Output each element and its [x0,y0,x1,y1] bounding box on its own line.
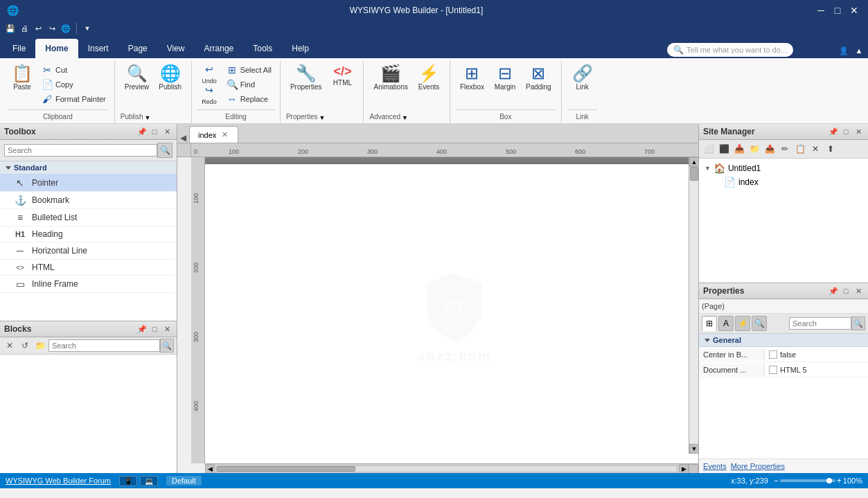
props-tab-search[interactable]: 🔍 [752,316,767,331]
tab-file[interactable]: File [3,39,35,58]
sm-copy-btn[interactable]: 📋 [793,142,807,156]
publish-button[interactable]: 🌐 Publish [154,62,186,107]
select-all-button[interactable]: ⊞ Select All [224,63,274,77]
find-button[interactable]: 🔍 Find [224,78,274,91]
props-search-input[interactable] [789,317,851,330]
sm-delete-btn[interactable]: ✕ [808,142,822,156]
qa-redo-btn[interactable]: ↪ [46,22,58,35]
toolbox-item-bookmark[interactable]: ⚓ Bookmark [0,192,177,209]
tab-insert[interactable]: Insert [78,39,118,58]
maximize-button[interactable]: □ [831,3,844,17]
toolbox-maximize-btn[interactable]: □ [149,126,160,137]
sm-close-btn[interactable]: ✕ [853,126,864,137]
blocks-delete-btn[interactable]: ✕ [3,339,17,353]
toolbox-section-standard[interactable]: Standard [0,161,177,175]
desktop-view-btn[interactable]: 💻 [140,476,158,486]
toolbox-search-button[interactable]: 🔍 [157,143,172,158]
toolbox-item-bulleted-list[interactable]: ≡ Bulleted List [0,209,177,226]
qa-undo-btn[interactable]: ↩ [32,22,44,35]
vscroll-track[interactable] [689,167,698,444]
tab-help[interactable]: Help [282,39,319,58]
replace-button[interactable]: ↔ Replace [224,92,274,106]
toolbox-item-horizontal-line[interactable]: ─ Horizontal Line [0,242,177,260]
tree-item-index[interactable]: 📄 index [702,175,865,189]
sm-folder-btn[interactable]: 📁 [747,142,761,156]
sm-pin-btn[interactable]: 📌 [828,126,839,137]
toolbox-search-input[interactable] [4,144,157,157]
padding-button[interactable]: ⊠ Padding [522,62,556,107]
ribbon-collapse-btn[interactable]: ▲ [853,44,865,57]
sm-import-btn[interactable]: 📥 [732,142,746,156]
user-account-btn[interactable]: 👤 [838,44,850,57]
toolbox-close-btn[interactable]: ✕ [161,126,172,137]
minimize-button[interactable]: ─ [814,3,828,17]
canvas-hscrollbar[interactable]: ◀ ▶ [205,463,698,473]
tab-tools[interactable]: Tools [243,39,282,58]
doc-tab-close-btn[interactable]: ✕ [220,130,229,139]
format-painter-button[interactable]: 🖌 Format Painter [39,92,109,106]
events-button[interactable]: ⚡ Events [414,62,444,107]
vscroll-up-btn[interactable]: ▲ [689,157,698,167]
props-tab-font[interactable]: A [718,316,734,331]
sm-rename-btn[interactable]: ✏ [778,142,792,156]
link-button[interactable]: 🔗 Link [567,62,598,107]
qa-save-btn[interactable]: 💾 [4,22,17,35]
blocks-folder-btn[interactable]: 📁 [33,339,47,353]
canvas-vscrollbar[interactable]: ▲ ▼ [689,157,698,454]
props-search-button[interactable]: 🔍 [851,317,865,330]
hscroll-right-btn[interactable]: ▶ [679,464,689,474]
toolbox-item-inline-frame[interactable]: ▭ Inline Frame [0,276,177,293]
sm-new-child-btn[interactable]: ⬛ [717,142,731,156]
vscroll-thumb[interactable] [690,167,698,181]
sm-new-page-btn[interactable]: ⬜ [702,142,716,156]
toolbox-item-html[interactable]: <> HTML [0,260,177,276]
qa-print-btn[interactable]: 🖨 [18,22,30,35]
toolbox-item-pointer[interactable]: ↖ Pointer [0,175,177,192]
html-button[interactable]: </> HTML [327,62,357,107]
zoom-in-btn[interactable]: + [837,476,842,486]
close-button[interactable]: ✕ [847,3,861,17]
blocks-pin-btn[interactable]: 📌 [136,323,148,335]
sm-maximize-btn[interactable]: □ [840,126,851,137]
preview-button[interactable]: 🔍 Preview [121,62,154,107]
tab-page[interactable]: Page [118,39,157,58]
props-maximize-btn[interactable]: □ [840,285,851,296]
mobile-view-btn[interactable]: 📱 [119,476,137,486]
events-link[interactable]: Events [703,462,727,470]
qa-extra-btn[interactable]: ▼ [81,22,94,35]
hscroll-left-btn[interactable]: ◀ [205,464,215,474]
hscroll-track[interactable] [216,465,677,472]
blocks-search-input[interactable] [48,339,160,352]
undo-button[interactable]: ↩ Undo [197,62,221,82]
qa-web-btn[interactable]: 🌐 [60,22,72,35]
props-pin-btn[interactable]: 📌 [828,285,839,296]
cut-button[interactable]: ✂ Cut [39,63,109,77]
zoom-slider-thumb[interactable] [826,478,832,483]
document-type-checkbox[interactable] [769,366,777,374]
more-properties-link[interactable]: More Properties [731,462,785,470]
paste-button[interactable]: 📋 Paste [7,62,37,107]
properties-expand-icon[interactable]: ▼ [319,114,325,121]
blocks-refresh-btn[interactable]: ↺ [18,339,32,353]
vscroll-down-btn[interactable]: ▼ [689,444,698,454]
properties-button[interactable]: 🔧 Properties [286,62,326,107]
tab-home[interactable]: Home [35,39,78,58]
ribbon-search[interactable]: 🔍 Tell me what you want to do... [667,43,793,57]
hscroll-thumb[interactable] [217,466,355,472]
toolbox-item-heading[interactable]: H1 Heading [0,226,177,242]
sm-export-btn[interactable]: 📤 [763,142,777,156]
doc-tab-index[interactable]: index ✕ [189,126,238,143]
props-section-general[interactable]: General [699,334,868,347]
blocks-close-btn[interactable]: ✕ [161,323,172,335]
zoom-out-btn[interactable]: − [774,476,779,486]
toolbox-pin-btn[interactable]: 📌 [136,126,148,137]
props-tab-grid[interactable]: ⊞ [702,316,717,331]
copy-button[interactable]: 📄 Copy [39,78,109,91]
tab-view[interactable]: View [157,39,195,58]
sm-upload-btn[interactable]: ⬆ [824,142,838,156]
margin-button[interactable]: ⊟ Margin [490,62,520,107]
blocks-maximize-btn[interactable]: □ [149,323,160,335]
zoom-slider[interactable] [780,479,835,482]
redo-button[interactable]: ↪ Redo [197,83,221,103]
tab-nav-left[interactable]: ◀ [180,133,186,143]
